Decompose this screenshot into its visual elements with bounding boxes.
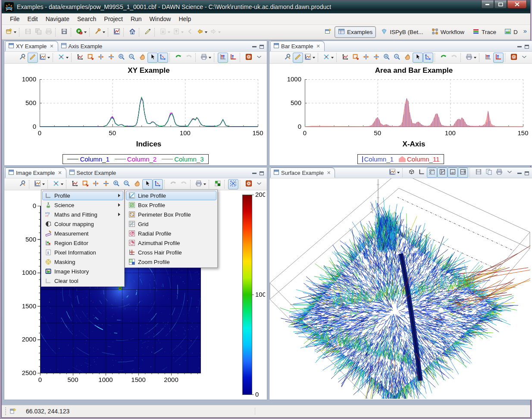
zoom-box-button[interactable] <box>350 53 361 63</box>
menu-item-masking[interactable]: Masking <box>42 257 123 267</box>
menu-item-perimeter-box-profile[interactable]: Perimeter Box Profile <box>126 210 216 219</box>
menu-item-line-profile[interactable]: Line Profile <box>126 191 216 200</box>
tab-bar-example[interactable]: Bar Example ✕ <box>270 41 325 51</box>
menu-item-science[interactable]: Science <box>42 200 123 210</box>
menu-item-grid[interactable]: Grid <box>126 219 216 229</box>
axes-corner-button[interactable] <box>416 168 427 178</box>
pan-button[interactable] <box>132 179 142 189</box>
pan-button[interactable] <box>137 53 147 63</box>
save-button[interactable] <box>473 168 484 178</box>
menu-item-maths-and-fitting[interactable]: x+y=?Maths and Fitting <box>42 210 123 219</box>
printer-button[interactable] <box>194 179 207 189</box>
dropdown-arrow-icon[interactable] <box>47 57 50 59</box>
dropdown-arrow-icon[interactable] <box>331 57 334 59</box>
axis-drag-button[interactable] <box>153 179 163 189</box>
back-button[interactable] <box>195 27 209 37</box>
view-mode1-button[interactable] <box>427 168 437 178</box>
perspective-examples[interactable]: Examples <box>335 26 376 38</box>
zoom-out-button[interactable] <box>122 179 132 189</box>
menu-edit[interactable]: Edit <box>24 14 42 24</box>
tab-close-icon[interactable]: ✕ <box>316 43 320 49</box>
xy-plot-canvas[interactable] <box>4 64 265 164</box>
dropdown-arrow-icon[interactable] <box>397 172 400 174</box>
view-minimize-icon[interactable] <box>517 46 522 47</box>
menu-item-clear-tool[interactable]: Clear tool <box>42 276 123 286</box>
printer-button[interactable] <box>494 168 504 178</box>
chart-menu-button[interactable] <box>33 179 46 189</box>
maximize-button[interactable] <box>494 0 507 9</box>
pointer-button[interactable] <box>147 53 158 63</box>
copy-button[interactable] <box>484 168 494 178</box>
view-mode3-button[interactable] <box>448 168 458 178</box>
surface-plot-canvas[interactable] <box>269 178 530 399</box>
undo-button[interactable] <box>438 53 449 63</box>
dropdown-arrow-icon[interactable] <box>218 31 221 33</box>
printer-button[interactable] <box>464 53 478 63</box>
menu-window[interactable]: Window <box>146 14 175 24</box>
axis-drag-button[interactable] <box>423 53 433 63</box>
menu-file[interactable]: File <box>6 14 24 24</box>
plot-data-button[interactable] <box>112 27 122 37</box>
fastview-icon[interactable] <box>9 407 16 416</box>
menu-item-zoom-profile[interactable]: Zoom Profile <box>126 257 216 267</box>
printer-button[interactable] <box>199 53 213 63</box>
tab-image-example[interactable]: Image Example ✕ <box>5 168 66 178</box>
remove-region-button[interactable] <box>322 53 335 63</box>
external-tools-button[interactable] <box>93 27 106 37</box>
dropdown-arrow-icon[interactable] <box>42 183 45 185</box>
menu-navigate[interactable]: Navigate <box>42 14 73 24</box>
menu-item-profile[interactable]: Profile <box>42 191 123 200</box>
crosshair-select-button[interactable] <box>228 179 238 189</box>
perspective-ispyb-bet-[interactable]: ISPyB (Bet... <box>377 26 426 38</box>
view-maximize-icon[interactable] <box>525 171 529 175</box>
cube-button[interactable] <box>406 168 416 178</box>
minimize-button[interactable] <box>481 0 494 9</box>
fit-width-button[interactable] <box>96 53 106 63</box>
menu-search[interactable]: Search <box>73 14 100 24</box>
view-maximize-icon[interactable] <box>260 45 264 49</box>
dropdown-arrow-icon[interactable] <box>66 57 69 59</box>
zoom-box-button[interactable] <box>80 179 91 189</box>
view-minimize-icon[interactable] <box>517 173 522 174</box>
menu-item-box-profile[interactable]: Box Profile <box>126 200 216 210</box>
menu-item-measurement[interactable]: Measurement <box>42 229 123 238</box>
zoom-in-button[interactable] <box>116 53 127 63</box>
zoom-box-button[interactable] <box>85 53 96 63</box>
view-menu-button[interactable] <box>254 53 264 63</box>
pan-button[interactable] <box>402 53 413 63</box>
tab-surface-example[interactable]: Surface Example ✕ <box>270 168 335 178</box>
tab-close-icon[interactable]: ✕ <box>58 170 62 176</box>
menu-run[interactable]: Run <box>127 14 146 24</box>
pointer-button[interactable] <box>413 53 423 63</box>
view-mode2-button[interactable] <box>437 168 448 178</box>
export-image-button[interactable] <box>59 27 69 37</box>
fit-width-button[interactable] <box>91 179 101 189</box>
tab-sector-example[interactable]: Sector Example <box>66 168 120 178</box>
autoscale-button[interactable] <box>75 53 85 63</box>
open-perspective-button[interactable] <box>323 27 333 37</box>
annotate-button[interactable] <box>143 27 153 37</box>
chart-menu-button[interactable] <box>388 168 401 178</box>
view-mode4-button[interactable] <box>458 168 468 178</box>
menu-item-colour-mapping[interactable]: Colour mapping <box>42 219 123 229</box>
fit-height-button[interactable] <box>101 179 111 189</box>
menu-item-azimuthal-profile[interactable]: Azimuthal Profile <box>126 238 216 248</box>
perspective-d[interactable]: D <box>501 26 521 38</box>
pointer-button[interactable] <box>142 179 153 189</box>
zoom-out-button[interactable] <box>127 53 137 63</box>
dropdown-arrow-icon[interactable] <box>84 31 87 33</box>
dropdown-arrow-icon[interactable] <box>474 57 476 59</box>
axes-both-button[interactable] <box>218 53 228 63</box>
menu-item-radial-profile[interactable]: Radial Profile <box>126 229 216 238</box>
fit-width-button[interactable] <box>361 53 371 63</box>
more-perspectives-chevron[interactable]: » <box>523 27 528 37</box>
dropdown-arrow-icon[interactable] <box>168 31 170 33</box>
configure-button[interactable] <box>17 53 28 63</box>
perspective-workflow[interactable]: Workflow <box>428 26 468 38</box>
dropdown-arrow-icon[interactable] <box>103 31 105 33</box>
zoom-in-button[interactable] <box>382 53 392 63</box>
view-minimize-icon[interactable] <box>252 46 257 47</box>
dropdown-arrow-icon[interactable] <box>313 57 315 59</box>
tab-axis-example[interactable]: Axis Example <box>58 41 106 51</box>
plugins-button[interactable] <box>509 53 519 63</box>
